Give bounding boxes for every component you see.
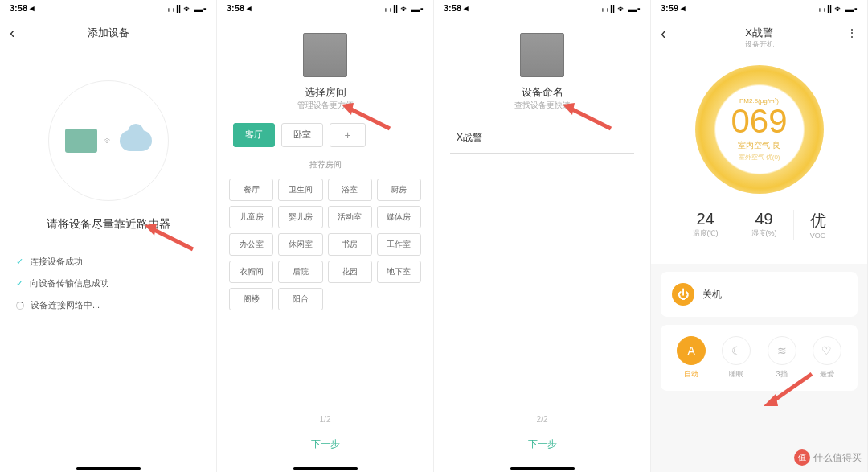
room-chip[interactable]: 阳台	[278, 288, 322, 310]
progress-steps: ✓连接设备成功 ✓向设备传输信息成功 设备连接网络中...	[0, 256, 216, 311]
moon-icon: ☾	[722, 336, 751, 365]
air-quality-text: 室内空气 良	[738, 140, 780, 151]
wifi-icon: ᯤ	[104, 135, 113, 146]
cloud-icon	[120, 130, 152, 151]
pager: 1/2	[320, 415, 331, 424]
power-row[interactable]: ⏻ 关机	[661, 272, 858, 317]
room-chip[interactable]: 厨房	[377, 179, 421, 201]
voc-label: VOC	[810, 232, 826, 240]
air-quality-dial: PM2.5(μg/m³) 069 室内空气 良 室外空气 优(0)	[695, 65, 824, 194]
room-chip[interactable]: 媒体房	[377, 206, 421, 228]
stats-row: 24 温度(℃) 49 湿度(%) 优 VOC	[651, 210, 867, 240]
humidity-value: 49	[751, 210, 777, 228]
room-chip[interactable]: 卫生间	[278, 179, 322, 201]
device-status: 设备开机	[745, 39, 774, 50]
room-chip[interactable]: 地下室	[377, 261, 421, 283]
room-chip[interactable]: 衣帽间	[229, 261, 273, 283]
mode-auto[interactable]: A 自动	[677, 336, 706, 380]
device-icon	[65, 129, 97, 153]
connection-graphic: ᯤ	[48, 80, 169, 201]
step-item: ✓连接设备成功	[16, 256, 200, 268]
room-chip[interactable]: 花园	[328, 261, 372, 283]
room-chip[interactable]: 儿童房	[229, 206, 273, 228]
room-chip[interactable]: 餐厅	[229, 179, 273, 201]
room-chip[interactable]: 活动室	[328, 206, 372, 228]
room-chip[interactable]: 书房	[328, 233, 372, 256]
mode-speed[interactable]: ≋ 3挡	[768, 336, 796, 380]
status-bar: 3:58 ◂ ₊₊|| ᯤ ▬▪	[0, 0, 216, 17]
pm-value: 069	[731, 105, 787, 138]
screen-device-name: 3:58 ◂ ₊₊|| ᯤ ▬▪ 设备命名 查找设备更快速 X战警 2/2 下一…	[434, 0, 651, 472]
add-room-button[interactable]: +	[330, 123, 366, 147]
status-time: 3:58 ◂	[10, 3, 35, 14]
section-title: 选择房间	[217, 85, 433, 100]
status-indicators: ₊₊|| ᯤ ▬▪	[600, 3, 641, 14]
room-chip[interactable]: 休闲室	[278, 233, 322, 256]
dial-section: PM2.5(μg/m³) 069 室内空气 良 室外空气 优(0) 24 温度(…	[651, 49, 867, 264]
mode-fav-label: 最爱	[813, 369, 841, 380]
more-button[interactable]: ⋮	[846, 27, 858, 39]
power-label: 关机	[702, 288, 722, 302]
screen-select-room: 3:58 ◂ ₊₊|| ᯤ ▬▪ 选择房间 管理设备更方便 客厅 卧室 + 推荐…	[217, 0, 434, 472]
mode-favorite[interactable]: ♡ 最爱	[813, 336, 841, 380]
check-icon: ✓	[16, 278, 23, 289]
section-title: 设备命名	[434, 85, 650, 100]
waves-icon: ≋	[768, 336, 796, 365]
recommended-rooms: 餐厅 卫生间 浴室 厨房 儿童房 婴儿房 活动室 媒体房 办公室 休闲室 书房 …	[217, 179, 433, 310]
home-indicator[interactable]	[510, 467, 575, 470]
room-chip-bedroom[interactable]: 卧室	[281, 123, 323, 147]
page-title: 添加设备	[88, 26, 129, 40]
power-icon: ⏻	[672, 283, 694, 306]
room-selector: 客厅 卧室 +	[217, 123, 433, 147]
status-time: 3:58 ◂	[227, 3, 252, 14]
home-indicator[interactable]	[293, 467, 358, 470]
stat-humidity: 49 湿度(%)	[735, 210, 794, 240]
temp-label: 温度(℃)	[693, 228, 719, 239]
room-chip[interactable]: 浴室	[328, 179, 372, 201]
section-subtitle: 查找设备更快速	[434, 100, 650, 111]
recommended-title: 推荐房间	[217, 159, 433, 170]
room-chip[interactable]: 工作室	[377, 233, 421, 256]
mode-auto-label: 自动	[677, 369, 706, 380]
outdoor-text: 室外空气 优(0)	[739, 153, 780, 162]
watermark: 值 什么值得买	[794, 449, 862, 466]
status-time: 3:59 ◂	[661, 3, 686, 14]
temp-value: 24	[693, 210, 719, 228]
device-image	[303, 33, 347, 77]
device-title: X战警	[745, 26, 773, 40]
status-indicators: ₊₊|| ᯤ ▬▪	[383, 3, 424, 14]
watermark-text: 什么值得买	[813, 451, 862, 465]
status-bar: 3:58 ◂ ₊₊|| ᯤ ▬▪	[217, 0, 433, 17]
back-button[interactable]: ‹	[10, 23, 15, 42]
nav-bar: ‹ 添加设备	[0, 17, 216, 48]
status-bar: 3:59 ◂ ₊₊|| ᯤ ▬▪	[651, 0, 867, 17]
room-chip-living[interactable]: 客厅	[233, 123, 275, 147]
next-button[interactable]: 下一步	[295, 433, 356, 456]
nav-bar: ‹ X战警 设备开机 ⋮	[651, 17, 867, 49]
home-indicator[interactable]	[76, 467, 141, 470]
mode-sleep[interactable]: ☾ 睡眠	[722, 336, 751, 380]
back-button[interactable]: ‹	[661, 24, 666, 43]
screen-add-device: 3:58 ◂ ₊₊|| ᯤ ▬▪ ‹ 添加设备 ᯤ 请将设备尽量靠近路由器 ✓连…	[0, 0, 217, 472]
room-chip[interactable]: 婴儿房	[278, 206, 322, 228]
device-name-input[interactable]: X战警	[450, 123, 634, 154]
status-time: 3:58 ◂	[444, 3, 469, 14]
check-icon: ✓	[16, 257, 23, 267]
status-indicators: ₊₊|| ᯤ ▬▪	[166, 3, 207, 14]
room-chip[interactable]: 办公室	[229, 233, 273, 256]
stat-voc: 优 VOC	[794, 210, 842, 240]
spinner-icon	[16, 302, 24, 310]
section-subtitle: 管理设备更方便	[217, 100, 433, 111]
next-button[interactable]: 下一步	[512, 433, 573, 456]
mode-auto-icon: A	[677, 336, 706, 365]
watermark-badge-icon: 值	[794, 449, 810, 466]
pager: 2/2	[537, 415, 548, 424]
mode-speed-label: 3挡	[768, 369, 796, 380]
room-chip[interactable]: 阁楼	[229, 288, 273, 310]
instruction-text: 请将设备尽量靠近路由器	[0, 217, 216, 232]
voc-value: 优	[810, 210, 826, 232]
screen-device-control: 3:59 ◂ ₊₊|| ᯤ ▬▪ ‹ X战警 设备开机 ⋮ PM2.5(μg/m…	[651, 0, 868, 472]
mode-sleep-label: 睡眠	[722, 369, 751, 380]
room-chip[interactable]: 后院	[278, 261, 322, 283]
heart-icon: ♡	[813, 336, 841, 365]
